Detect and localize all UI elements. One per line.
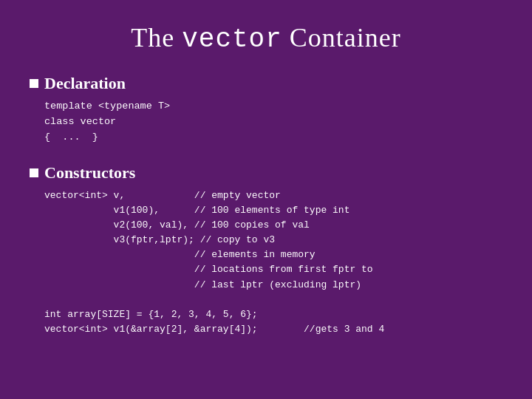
title-mono: vector	[182, 24, 282, 55]
section-constructors: Constructors vector<int> v, // empty vec…	[30, 163, 502, 337]
declaration-label: Declaration	[44, 74, 126, 93]
section-declaration: Declaration template <typename T> class …	[30, 74, 502, 146]
constructors-header: Constructors	[30, 163, 502, 183]
constructors-label: Constructors	[44, 163, 135, 183]
title-prefix: The	[131, 23, 182, 52]
declaration-code: template <typename T> class vector { ...…	[30, 99, 502, 146]
bullet-icon-2	[30, 168, 38, 177]
declaration-header: Declaration	[30, 74, 502, 93]
slide-title: The vector Container	[30, 22, 502, 55]
bullet-icon	[30, 79, 38, 88]
slide: The vector Container Declaration templat…	[0, 0, 532, 399]
title-suffix: Container	[282, 23, 401, 52]
constructors-code: vector<int> v, // empty vector v1(100), …	[30, 188, 502, 337]
